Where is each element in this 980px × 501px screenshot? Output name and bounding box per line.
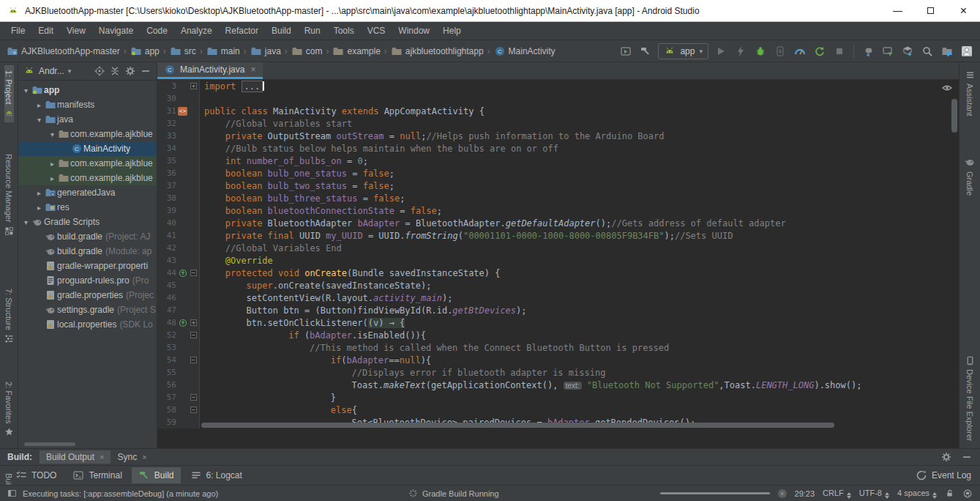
code-line-40[interactable]: 40private BluetoothAdapter bAdapter = Bl… [157, 217, 959, 229]
breadcrumb-item-main[interactable]: main [206, 45, 241, 57]
toolwindow-6-logcat[interactable]: 6: Logcat [184, 467, 249, 483]
tree-item-local-properties[interactable]: local.properties(SDK Lo [18, 317, 157, 332]
build-tab-build-output[interactable]: Build Output× [40, 450, 111, 464]
menu-build[interactable]: Build [265, 26, 298, 36]
stop-button[interactable] [832, 44, 847, 59]
code-line-43[interactable]: 43@Override [157, 254, 959, 267]
code-line-38[interactable]: 38boolean bulb_three_status = false; [157, 192, 959, 204]
code-line-35[interactable]: 35int number_of_bulbs_on = 0; [157, 155, 959, 167]
project-panel-scrollbar[interactable] [24, 442, 75, 446]
breadcrumb-item-ajkbluetoothlightapp[interactable]: ajkbluetoothlightapp [390, 45, 485, 57]
code-line-56[interactable]: 56Toast.makeText(getApplicationContext()… [157, 379, 959, 391]
breadcrumb-item-ajkbluetoothapp-master[interactable]: AJKBluetoothApp-master [6, 45, 121, 57]
tree-arrow-icon[interactable]: ▾ [21, 218, 31, 226]
line-separator-widget[interactable]: CRLF [823, 489, 851, 499]
editor-vertical-scrollbar[interactable] [951, 99, 957, 133]
stripe-tab-assistant[interactable]: Assistant [965, 65, 975, 122]
menu-file[interactable]: File [4, 26, 31, 36]
attach-debugger-button[interactable] [753, 44, 768, 59]
build-hide-icon[interactable] [961, 451, 973, 463]
toolwindow-todo[interactable]: TODO [9, 467, 63, 483]
fold-toggle-icon[interactable]: + [189, 83, 198, 89]
fold-toggle-icon[interactable]: − [189, 357, 198, 363]
tree-arrow-icon[interactable]: ▾ [21, 86, 31, 94]
code-line-42[interactable]: 42//Global Variables End [157, 242, 959, 254]
code-line-58[interactable]: 58−else{ [157, 404, 959, 416]
code-line-47[interactable]: 47Button btn = (Button)findViewById(R.id… [157, 304, 959, 316]
lock-icon[interactable] [945, 489, 954, 498]
tree-item-com-example-ajkblue[interactable]: ▸com.example.ajkblue [18, 156, 157, 171]
stripe-tab-2-favorites[interactable]: 2: Favorites [4, 376, 14, 442]
menu-window[interactable]: Window [392, 26, 436, 36]
code-line-54[interactable]: 54−if(bAdapter==null){ [157, 354, 959, 366]
tree-item-com-example-ajkblue[interactable]: ▾com.example.ajkblue [18, 127, 157, 141]
breadcrumb-item-app[interactable]: app [130, 45, 160, 57]
stripe-tab-gradle[interactable]: Gradle [964, 151, 976, 201]
stripe-tab-1-project[interactable]: 1: Project [4, 65, 14, 122]
stripe-tab-resource-manager[interactable]: Resource Manager [4, 149, 14, 241]
stripe-tab-7-structure[interactable]: 7: Structure [4, 283, 14, 349]
editor-tab-mainactivity[interactable]: C MainActivity.java × [157, 62, 263, 79]
hide-panel-button[interactable] [140, 65, 152, 77]
menu-code[interactable]: Code [140, 26, 174, 36]
tree-arrow-icon[interactable]: ▾ [34, 116, 44, 124]
fold-toggle-icon[interactable]: − [189, 407, 198, 413]
locate-file-button[interactable] [94, 65, 105, 77]
tab-close-icon[interactable]: × [100, 453, 104, 461]
hammer-button[interactable] [638, 44, 653, 59]
encoding-widget[interactable]: UTF-8 [859, 489, 889, 499]
code-area[interactable]: 3+import ...3031<>public class MainActiv… [157, 80, 959, 448]
fold-toggle-icon[interactable]: − [189, 394, 198, 401]
event-log-button[interactable]: Event Log [932, 470, 971, 480]
tree-arrow-icon[interactable]: ▸ [48, 174, 57, 182]
toolwindow-terminal[interactable]: Terminal [66, 467, 128, 483]
run-anything-button[interactable] [618, 44, 633, 59]
tree-item-res[interactable]: ▸res [18, 200, 157, 215]
tree-item-proguard-rules-pro[interactable]: proguard-rules.pro(Pro [18, 273, 157, 288]
tree-item-manifests[interactable]: ▸manifests [18, 97, 157, 112]
breadcrumb-item-example[interactable]: example [332, 45, 381, 57]
cancel-progress-icon[interactable]: × [778, 489, 787, 498]
code-line-48[interactable]: 48+btn.setOnClickListener((v) → { [157, 316, 959, 329]
tree-arrow-icon[interactable]: ▸ [48, 160, 57, 168]
run-configuration-select[interactable]: app▾ [658, 43, 708, 59]
menu-help[interactable]: Help [436, 26, 468, 36]
menu-analyze[interactable]: Analyze [174, 26, 219, 36]
code-line-39[interactable]: 39boolean bluetoothConnectionState = fal… [157, 204, 959, 217]
code-line-55[interactable]: 55//Displays error if bluetooth adapter … [157, 366, 959, 379]
sync-button[interactable] [812, 44, 827, 59]
breadcrumb-item-src[interactable]: src [169, 45, 197, 57]
settings-button[interactable] [124, 65, 136, 77]
inspections-eye-icon[interactable] [941, 82, 953, 94]
project-view-selector[interactable]: Andr... [39, 66, 64, 76]
build-settings-icon[interactable] [940, 451, 952, 463]
menu-view[interactable]: View [60, 26, 92, 36]
tree-item-gradle-wrapper-properti[interactable]: gradle-wrapper.properti [18, 259, 157, 273]
close-button[interactable]: × [947, 0, 980, 21]
editor-horizontal-scrollbar[interactable] [201, 423, 834, 428]
menu-refactor[interactable]: Refactor [219, 26, 265, 36]
menu-navigate[interactable]: Navigate [92, 26, 140, 36]
tree-arrow-icon[interactable]: ▸ [34, 204, 44, 212]
toolwindow-switcher-icon[interactable] [7, 489, 17, 498]
tree-item-generatedjava[interactable]: ▸generatedJava [18, 185, 157, 200]
override-marker-icon[interactable] [176, 267, 189, 278]
code-line-44[interactable]: 44−protected void onCreate(Bundle savedI… [157, 267, 959, 279]
stripe-tab-device-file-explorer[interactable]: Device File Explorer [965, 351, 975, 446]
search-everywhere-button[interactable] [920, 44, 935, 59]
tree-item-app[interactable]: ▾app [18, 83, 157, 97]
code-line-41[interactable]: 41private final UUID my_UUID = UUID.from… [157, 229, 959, 242]
code-line-57[interactable]: 57−} [157, 391, 959, 404]
breadcrumb-item-mainactivity[interactable]: CMainActivity [493, 45, 556, 57]
menu-edit[interactable]: Edit [31, 26, 60, 36]
tree-item-com-example-ajkblue[interactable]: ▸com.example.ajkblue [18, 171, 157, 185]
run-button[interactable] [714, 44, 728, 59]
tree-item-build-gradle[interactable]: build.gradle(Module: ap [18, 244, 157, 259]
device-manager-button[interactable] [880, 44, 895, 59]
project-structure-button[interactable] [940, 44, 954, 59]
fold-toggle-icon[interactable]: + [189, 319, 198, 326]
code-line-34[interactable]: 34//Bulb status below helps maintain whe… [157, 142, 959, 155]
gradle-sync-button[interactable] [861, 44, 875, 59]
sdk-manager-button[interactable] [900, 44, 915, 59]
code-line-36[interactable]: 36boolean bulb_one_status = false; [157, 167, 959, 179]
